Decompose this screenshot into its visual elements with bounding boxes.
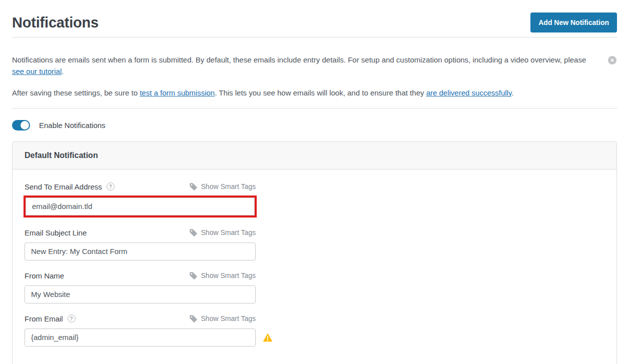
from-email-field-group: From Email ? Show Smart Tags [25, 314, 604, 346]
notice-paragraph-2: After saving these settings, be sure to … [12, 87, 595, 98]
notice-text-2-suffix: . [511, 88, 513, 97]
show-smart-tags-toggle[interactable]: Show Smart Tags [189, 314, 256, 323]
toggle-knob [21, 121, 29, 130]
from-email-label: From Email [25, 314, 63, 323]
show-smart-tags-toggle[interactable]: Show Smart Tags [189, 272, 256, 280]
email-subject-label: Email Subject Line [25, 228, 87, 237]
test-form-submission-link[interactable]: test a form submission [140, 88, 215, 97]
notice-paragraph-1: Notifications are emails sent when a for… [12, 54, 595, 78]
from-name-field-group: From Name Show Smart Tags [25, 272, 604, 304]
help-icon[interactable]: ? [68, 314, 76, 322]
see-our-tutorial-link[interactable]: see our tutorial [12, 67, 62, 76]
email-subject-input[interactable] [25, 242, 256, 260]
page-header: Notifications Add New Notification [12, 0, 617, 34]
notice-text-2a: After saving these settings, be sure to [12, 88, 140, 97]
header-divider [12, 37, 617, 38]
panel-title: Default Notification [25, 151, 98, 160]
show-smart-tags-label: Show Smart Tags [201, 314, 256, 322]
tag-icon [189, 228, 198, 237]
show-smart-tags-label: Show Smart Tags [201, 182, 256, 190]
page-title: Notifications [12, 14, 99, 31]
notice-text-2b: . This lets you see how emails will look… [215, 88, 426, 97]
tag-icon [189, 314, 198, 323]
email-subject-field-group: Email Subject Line Show Smart Tags [25, 228, 604, 260]
red-highlight-box [24, 196, 257, 218]
panel-body: Send To Email Address ? Show Smart Tags [13, 170, 616, 364]
show-smart-tags-toggle[interactable]: Show Smart Tags [189, 182, 256, 191]
show-smart-tags-toggle[interactable]: Show Smart Tags [189, 228, 256, 237]
education-notice: Notifications are emails sent when a for… [12, 54, 617, 98]
default-notification-panel: Default Notification Send To Email Addre… [12, 142, 617, 364]
warning-triangle-icon [263, 333, 273, 342]
from-name-input[interactable] [25, 286, 256, 304]
show-smart-tags-label: Show Smart Tags [201, 272, 256, 280]
tag-icon [189, 182, 198, 191]
tag-icon [189, 272, 198, 280]
send-to-email-field-group: Send To Email Address ? Show Smart Tags [25, 182, 604, 218]
add-new-notification-button[interactable]: Add New Notification [530, 12, 617, 32]
notice-text-1-suffix: . [62, 67, 64, 76]
notice-divider [12, 108, 617, 108]
panel-header: Default Notification [13, 142, 616, 170]
enable-notifications-label: Enable Notifications [39, 121, 106, 130]
send-to-email-label: Send To Email Address [25, 182, 102, 191]
from-email-input[interactable] [25, 328, 256, 346]
from-name-label: From Name [25, 272, 64, 280]
delivered-successfully-link[interactable]: are delivered successfully [426, 88, 512, 97]
show-smart-tags-label: Show Smart Tags [201, 228, 256, 236]
dismiss-notice-icon[interactable]: ✕ [608, 56, 616, 64]
send-to-email-input[interactable] [26, 198, 255, 216]
notifications-settings-page: Notifications Add New Notification Notif… [0, 0, 629, 364]
help-icon[interactable]: ? [107, 182, 115, 190]
enable-notifications-toggle[interactable] [12, 120, 30, 130]
notice-text-1: Notifications are emails sent when a for… [12, 56, 586, 64]
enable-notifications-row: Enable Notifications [12, 120, 617, 130]
